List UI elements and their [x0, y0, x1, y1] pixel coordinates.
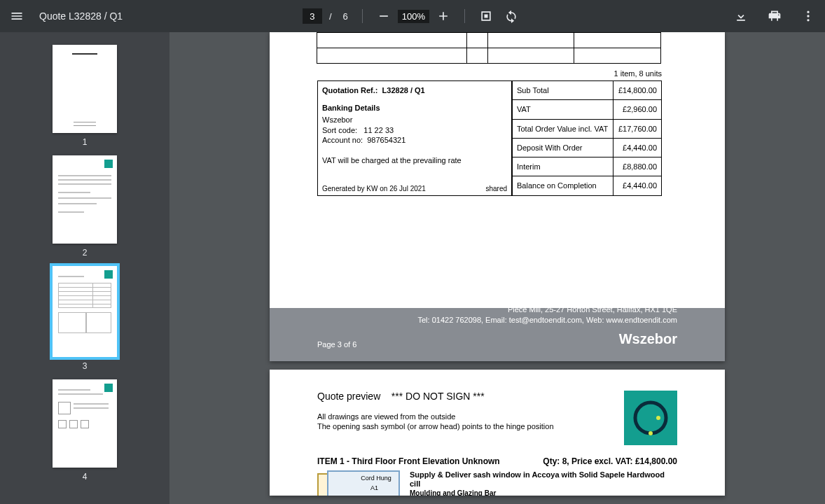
svg-point-1 — [656, 416, 660, 420]
item-qty-price: Qty: 8, Price excl. VAT: £14,800.00 — [543, 456, 677, 466]
thumbnail-image — [53, 155, 117, 244]
interim-label: Interim — [513, 158, 613, 176]
page-indicator: Page 3 of 6 — [317, 340, 356, 349]
thumbnail-image — [53, 266, 117, 357]
sort-code-label: Sort code: — [322, 126, 357, 134]
thumbnail-number: 3 — [83, 361, 88, 371]
shared-label: shared — [485, 184, 507, 194]
minus-icon — [377, 9, 391, 23]
deposit-label: Deposit With Order — [513, 138, 613, 157]
download-button[interactable] — [730, 5, 752, 27]
toolbar-divider — [362, 9, 363, 23]
thumbnail-2[interactable]: 2 — [0, 155, 169, 258]
interim-value: £8,880.00 — [613, 158, 662, 176]
do-not-sign-label: *** DO NOT SIGN *** — [391, 391, 485, 402]
footer-brand: Wszebor — [417, 329, 677, 349]
fit-page-button[interactable] — [475, 5, 497, 27]
page-separator: / — [329, 11, 332, 22]
svg-point-0 — [635, 402, 666, 433]
bank-name: Wszebor — [322, 115, 507, 125]
sort-code-value: 11 22 33 — [363, 126, 394, 134]
zoom-level[interactable]: 100% — [398, 10, 429, 23]
window-type-label: Cord Hung — [358, 475, 394, 482]
main-area: 1 2 — [0, 32, 825, 504]
summary-section: Quotation Ref.: L32828 / Q1 Banking Deta… — [317, 80, 662, 196]
window-drawing: Cord Hung A1 — [317, 470, 398, 496]
generated-by: Generated by KW on 26 Jul 2021 — [322, 184, 426, 194]
account-no-value: 987654321 — [367, 136, 405, 144]
thumbnail-image — [53, 379, 117, 468]
vat-value: £2,960.00 — [613, 100, 662, 119]
fit-page-icon — [479, 9, 493, 23]
account-no-label: Account no: — [322, 136, 363, 144]
more-button[interactable] — [797, 5, 819, 27]
thumbnail-number: 2 — [83, 248, 88, 258]
quote-preview-label: Quote preview — [317, 391, 380, 402]
item-description: Supply & Deliver sash window in Accoya w… — [410, 470, 677, 490]
quotation-ref-value: L32828 / Q1 — [382, 86, 425, 94]
quotation-details-box: Quotation Ref.: L32828 / Q1 Banking Deta… — [317, 80, 512, 196]
page-footer: Page 3 of 6 Piece Mill, 25-27 Horton Str… — [270, 308, 725, 361]
vat-note: VAT will be charged at the prevailing ra… — [322, 155, 507, 166]
company-logo — [624, 391, 677, 445]
document-title: Quote L32828 / Q1 — [39, 10, 123, 22]
subtotal-label: Sub Total — [513, 81, 613, 100]
menu-button[interactable] — [6, 5, 28, 27]
subtotal-value: £14,800.00 — [613, 81, 662, 100]
svg-point-2 — [649, 431, 653, 435]
footer-address: Piece Mill, 25-27 Horton Street, Halifax… — [417, 304, 677, 315]
page-number-input[interactable] — [303, 8, 322, 24]
rotate-icon — [504, 9, 518, 23]
totals-table: Sub Total£14,800.00 VAT£2,960.00 Total O… — [512, 80, 662, 196]
thumbnail-3[interactable]: 3 — [0, 266, 169, 371]
window-ref-a1: A1 — [370, 484, 378, 491]
drawings-note-1: All drawings are viewed from the outside — [317, 412, 554, 422]
plus-icon — [436, 9, 450, 23]
zoom-out-button[interactable] — [373, 5, 395, 27]
logo-icon — [630, 397, 672, 439]
page-total: 6 — [343, 11, 348, 22]
balance-label: Balance on Completion — [513, 176, 613, 195]
thumbnail-4[interactable]: 4 — [0, 379, 169, 482]
page-viewer[interactable]: 1 item, 8 units Quotation Ref.: L32828 /… — [169, 32, 825, 504]
item-heading: ITEM 1 - Third Floor Front Elevation Unk… — [317, 456, 500, 466]
menu-icon — [10, 9, 24, 23]
thumbnail-image — [53, 45, 117, 133]
page-3: 1 item, 8 units Quotation Ref.: L32828 /… — [270, 32, 725, 361]
more-vert-icon — [801, 9, 815, 23]
rotate-button[interactable] — [500, 5, 522, 27]
print-icon — [768, 9, 782, 23]
vat-label: VAT — [513, 100, 613, 119]
pdf-toolbar: Quote L32828 / Q1 / 6 100% — [0, 0, 825, 32]
items-count-note: 1 item, 8 units — [317, 69, 662, 78]
deposit-value: £4,440.00 — [613, 138, 662, 157]
banking-heading: Banking Details — [322, 103, 507, 113]
toolbar-divider — [464, 9, 465, 23]
quotation-ref-label: Quotation Ref.: — [322, 86, 377, 94]
thumbnail-number: 1 — [83, 137, 88, 147]
print-button[interactable] — [763, 5, 786, 27]
item-sub-heading: Moulding and Glazing Bar — [410, 489, 677, 496]
zoom-in-button[interactable] — [432, 5, 455, 27]
balance-value: £4,440.00 — [613, 176, 662, 195]
items-table-tail — [317, 32, 661, 64]
thumbnail-1[interactable]: 1 — [0, 45, 169, 147]
thumbnail-sidebar[interactable]: 1 2 — [0, 32, 169, 504]
thumbnail-number: 4 — [83, 472, 88, 482]
total-label: Total Order Value incl. VAT — [513, 119, 613, 138]
drawings-note-2: The opening sash symbol (or arrow head) … — [317, 421, 554, 432]
footer-contact: Tel: 01422 762098, Email: test@endtoendi… — [417, 315, 677, 326]
download-icon — [734, 9, 748, 23]
total-value: £17,760.00 — [613, 119, 662, 138]
page-4: Quote preview *** DO NOT SIGN *** All dr… — [270, 370, 725, 496]
